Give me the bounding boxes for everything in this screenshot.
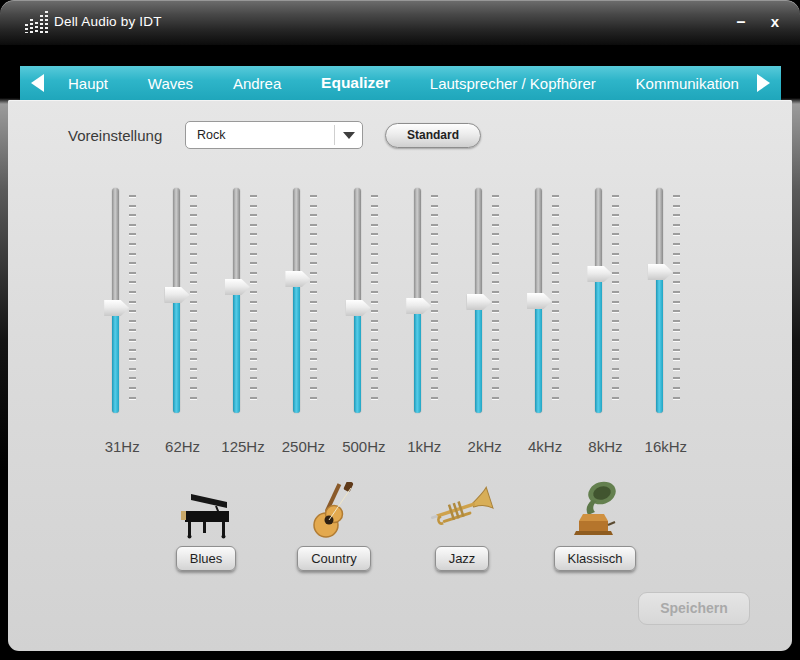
jazz-button[interactable]: Jazz xyxy=(435,546,490,571)
slider-fill xyxy=(595,274,602,413)
genre-blues: Blues xyxy=(141,478,271,571)
slider-thumb[interactable] xyxy=(406,298,431,314)
blues-button[interactable]: Blues xyxy=(176,546,237,571)
tab-equalizer[interactable]: Equalizer xyxy=(321,74,390,92)
slider-thumb[interactable] xyxy=(527,293,552,309)
band-label: 62Hz xyxy=(152,438,212,455)
slider-fill xyxy=(354,308,361,413)
standard-button[interactable]: Standard xyxy=(385,123,481,148)
eq-band-16khz: 16kHz xyxy=(636,188,696,468)
app-window: Dell Audio by IDT – x Haupt Waves Andrea… xyxy=(0,0,800,660)
slider-thumb[interactable] xyxy=(104,300,129,316)
country-button[interactable]: Country xyxy=(297,546,371,571)
klassisch-button[interactable]: Klassisch xyxy=(554,546,637,571)
eq-band-4khz: 4kHz xyxy=(515,188,575,468)
slider-ticks xyxy=(673,195,680,406)
slider-fill xyxy=(656,272,663,413)
eq-band-500hz: 500Hz xyxy=(334,188,394,468)
slider-fill xyxy=(414,306,421,413)
slider-fill xyxy=(535,301,542,413)
slider-thumb[interactable] xyxy=(225,279,250,295)
window-title: Dell Audio by IDT xyxy=(54,14,162,29)
band-label: 125Hz xyxy=(213,438,273,455)
chevron-left-icon[interactable] xyxy=(31,74,44,92)
tab-lautsprecher-kopfhoerer[interactable]: Lautsprecher / Kopfhörer xyxy=(430,75,596,92)
band-label: 250Hz xyxy=(273,438,333,455)
preset-label: Voreinstellung xyxy=(68,127,162,144)
eq-band-2khz: 2kHz xyxy=(454,188,514,468)
eq-band-125hz: 125Hz xyxy=(213,188,273,468)
minimize-button[interactable]: – xyxy=(728,9,754,35)
slider-thumb[interactable] xyxy=(467,294,492,310)
slider-thumb[interactable] xyxy=(285,271,310,287)
content-panel: Voreinstellung Rock Standard 31Hz62Hz125… xyxy=(8,100,792,651)
eq-band-250hz: 250Hz xyxy=(273,188,333,468)
slider-fill xyxy=(173,295,180,413)
slider-fill xyxy=(233,287,240,413)
equalizer-bars-icon xyxy=(25,11,53,33)
slider-thumb[interactable] xyxy=(587,266,612,282)
title-bar[interactable]: Dell Audio by IDT – x xyxy=(0,0,800,45)
slider-ticks xyxy=(492,195,499,406)
genre-country: Country xyxy=(269,478,399,571)
slider-fill xyxy=(112,308,119,413)
trumpet-icon xyxy=(397,478,527,542)
equalizer-sliders: 31Hz62Hz125Hz250Hz500Hz1kHz2kHz4kHz8kHz1… xyxy=(92,188,696,468)
slider-ticks xyxy=(190,195,197,406)
slider-ticks xyxy=(250,195,257,406)
genre-klassisch: Klassisch xyxy=(530,478,660,571)
slider-thumb[interactable] xyxy=(648,264,673,280)
band-label: 2kHz xyxy=(454,438,514,455)
slider-thumb[interactable] xyxy=(165,287,190,303)
piano-icon xyxy=(141,478,271,542)
dropdown-separator xyxy=(334,125,335,145)
chevron-down-icon xyxy=(343,132,355,139)
eq-band-31hz: 31Hz xyxy=(92,188,152,468)
eq-band-8khz: 8kHz xyxy=(575,188,635,468)
band-label: 31Hz xyxy=(92,438,152,455)
slider-fill xyxy=(293,279,300,413)
save-button[interactable]: Speichern xyxy=(638,592,750,625)
band-label: 16kHz xyxy=(636,438,696,455)
chevron-right-icon[interactable] xyxy=(757,74,770,92)
tab-waves[interactable]: Waves xyxy=(148,75,193,92)
slider-ticks xyxy=(552,195,559,406)
slider-ticks xyxy=(129,195,136,406)
tab-andrea[interactable]: Andrea xyxy=(233,75,281,92)
slider-ticks xyxy=(371,195,378,406)
slider-ticks xyxy=(612,195,619,406)
slider-fill xyxy=(475,302,482,413)
slider-ticks xyxy=(310,195,317,406)
band-label: 4kHz xyxy=(515,438,575,455)
slider-ticks xyxy=(431,195,438,406)
tab-bar: Haupt Waves Andrea Equalizer Lautspreche… xyxy=(20,66,781,100)
eq-band-62hz: 62Hz xyxy=(152,188,212,468)
band-label: 500Hz xyxy=(334,438,394,455)
guitar-icon xyxy=(269,478,399,542)
gramophone-icon xyxy=(530,478,660,542)
genre-jazz: Jazz xyxy=(397,478,527,571)
preset-dropdown[interactable]: Rock xyxy=(185,121,363,149)
tab-haupt[interactable]: Haupt xyxy=(68,75,108,92)
close-button[interactable]: x xyxy=(762,9,788,35)
band-label: 8kHz xyxy=(575,438,635,455)
eq-band-1khz: 1kHz xyxy=(394,188,454,468)
tab-kommunikation[interactable]: Kommunikation xyxy=(636,75,739,92)
band-label: 1kHz xyxy=(394,438,454,455)
preset-dropdown-value: Rock xyxy=(197,128,225,142)
slider-thumb[interactable] xyxy=(346,300,371,316)
